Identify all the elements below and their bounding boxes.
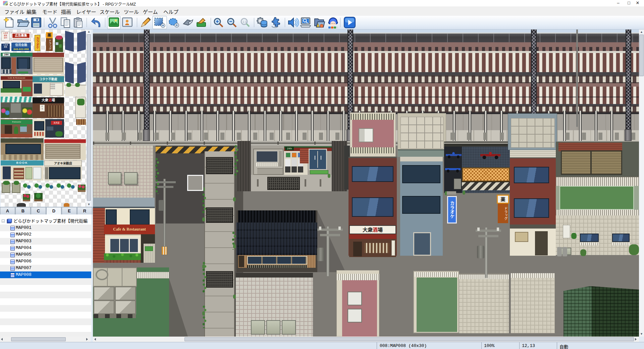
svg-text:1:1: 1:1 bbox=[243, 20, 247, 23]
